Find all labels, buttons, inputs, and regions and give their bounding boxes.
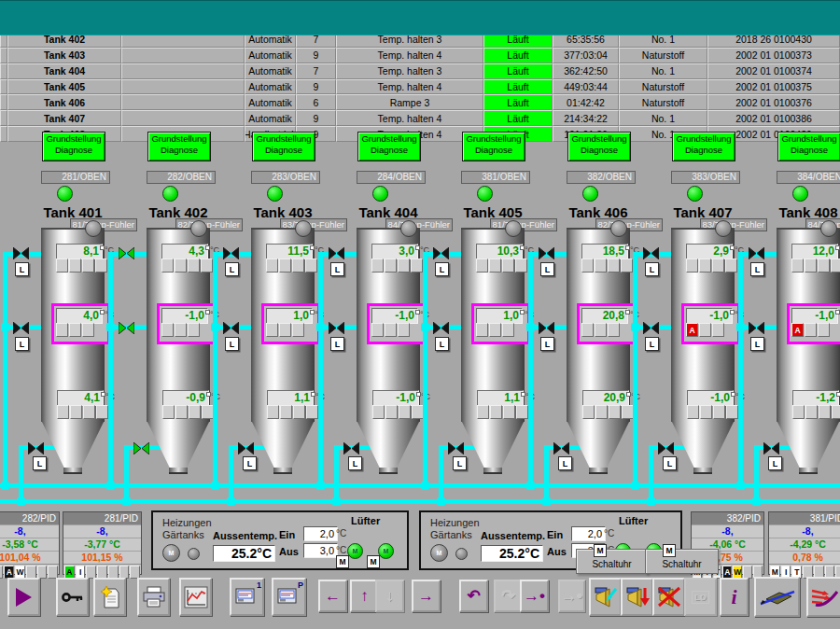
middle-valve[interactable]: [13, 321, 29, 333]
bottom-valve[interactable]: [343, 441, 359, 454]
oben-unit-button[interactable]: 382/OBEN: [567, 171, 636, 184]
trend-curves-button[interactable]: [179, 578, 212, 616]
pid-mode-button[interactable]: [26, 566, 36, 579]
fan-motor-icon[interactable]: M: [347, 543, 363, 559]
op-status-cell[interactable]: Läuft: [483, 79, 553, 95]
op-status-cell[interactable]: Läuft: [483, 110, 553, 126]
upper-valve[interactable]: [119, 246, 134, 259]
bottom-valve[interactable]: [448, 441, 464, 454]
new-document-button[interactable]: [93, 578, 126, 616]
upper-valve[interactable]: [223, 246, 239, 259]
table-cell[interactable]: Rampe 3: [336, 94, 483, 110]
nav-down-button[interactable]: ↓: [375, 580, 404, 612]
schaltuhr-mode-checkbox[interactable]: M: [594, 544, 607, 557]
schaltuhr-popup[interactable]: MSchaltuhr: [576, 549, 648, 574]
middle-valve[interactable]: [329, 321, 344, 333]
bottom-valve[interactable]: [28, 441, 44, 454]
table-cell[interactable]: Naturstoff: [619, 79, 707, 95]
grundstellung-diagnose-button[interactable]: GrundstellungDiagnose: [147, 132, 211, 161]
exit-button[interactable]: [806, 577, 840, 617]
nav-left-button[interactable]: ←: [318, 580, 347, 612]
middle-valve[interactable]: [223, 321, 239, 333]
pid-mode-button[interactable]: A: [722, 566, 732, 579]
grundstellung-diagnose-button[interactable]: GrundstellungDiagnose: [357, 132, 421, 161]
table-cell[interactable]: 377:03:04: [553, 48, 619, 63]
middle-valve[interactable]: [433, 321, 449, 333]
upper-valve[interactable]: [433, 246, 449, 259]
pid-mode-button[interactable]: [37, 566, 48, 579]
row-selector[interactable]: [0, 79, 7, 95]
upper-valve[interactable]: [643, 246, 659, 259]
table-cell[interactable]: Tank 404: [7, 63, 121, 79]
table-cell[interactable]: Tank 405: [7, 79, 121, 95]
upper-valve[interactable]: [13, 246, 29, 259]
table-cell[interactable]: 2002 01 0100374: [707, 63, 840, 79]
schaltuhr-popup[interactable]: MSchaltuhr: [645, 549, 719, 574]
grundstellung-diagnose-button[interactable]: GrundstellungDiagnose: [42, 132, 105, 161]
start-button[interactable]: [7, 578, 40, 616]
pid-mode-button[interactable]: [48, 566, 58, 579]
bottom-valve[interactable]: [658, 441, 674, 454]
pid-mode-button[interactable]: [0, 566, 3, 579]
ein-setpoint-input[interactable]: 2,0: [303, 526, 338, 541]
pid-mode-button[interactable]: A: [64, 566, 75, 579]
table-cell[interactable]: [121, 79, 245, 95]
table-cell[interactable]: [121, 48, 245, 63]
oben-unit-button[interactable]: 383/OBEN: [671, 171, 740, 184]
pid-mode-button[interactable]: W: [15, 566, 25, 579]
table-cell[interactable]: Tank 403: [7, 48, 121, 63]
fan-motor-icon[interactable]: M: [378, 543, 394, 559]
table-cell[interactable]: Automatik: [245, 63, 296, 79]
forward-step-alt-button[interactable]: →•: [558, 580, 585, 612]
bottom-valve[interactable]: [763, 441, 779, 454]
table-cell[interactable]: 2002 01 0100375: [707, 79, 840, 95]
grundstellung-diagnose-button[interactable]: GrundstellungDiagnose: [252, 132, 315, 161]
op-status-cell[interactable]: Läuft: [483, 94, 553, 110]
table-cell[interactable]: 6: [296, 94, 336, 110]
table-cell[interactable]: Temp. halten 4: [336, 79, 483, 95]
alarm-incoming-button[interactable]: [621, 578, 653, 616]
redo-button[interactable]: ↷: [494, 580, 523, 612]
row-selector[interactable]: [0, 94, 7, 110]
middle-valve[interactable]: [749, 321, 764, 333]
picture-screen-p-button[interactable]: P: [272, 578, 306, 616]
table-cell[interactable]: Naturstoff: [619, 48, 707, 63]
row-selector[interactable]: [0, 48, 7, 63]
middle-valve[interactable]: [119, 321, 134, 333]
pid-mode-button[interactable]: [86, 566, 96, 579]
middle-valve[interactable]: [643, 321, 659, 333]
table-cell[interactable]: 01:42:42: [553, 94, 619, 110]
row-selector[interactable]: [0, 126, 7, 142]
fan-mode-checkbox[interactable]: M: [367, 555, 380, 568]
oben-unit-button[interactable]: 284/OBEN: [357, 171, 426, 184]
pid-mode-button[interactable]: [119, 566, 130, 579]
table-cell[interactable]: 214:34:22: [553, 110, 619, 126]
pid-mode-button[interactable]: [97, 566, 107, 579]
alarm-off-button[interactable]: [652, 578, 685, 616]
oben-unit-button[interactable]: 281/OBEN: [41, 171, 110, 184]
grundstellung-diagnose-button[interactable]: GrundstellungDiagnose: [672, 132, 735, 161]
table-cell[interactable]: Tank 407: [7, 110, 121, 126]
forward-step-button[interactable]: →•: [520, 580, 549, 612]
table-cell[interactable]: [121, 94, 245, 110]
bottom-valve[interactable]: [238, 441, 254, 454]
grundstellung-diagnose-button[interactable]: GrundstellungDiagnose: [462, 132, 525, 161]
table-cell[interactable]: Automatik: [245, 79, 296, 95]
table-cell[interactable]: Temp. halten 3: [336, 63, 483, 79]
pid-mode-button[interactable]: A: [4, 566, 14, 579]
table-cell[interactable]: Automatik: [245, 94, 296, 110]
nav-right-button[interactable]: →: [412, 580, 441, 612]
table-cell[interactable]: 449:03:44: [553, 79, 619, 95]
table-cell[interactable]: [121, 63, 245, 79]
table-cell[interactable]: Automatik: [245, 110, 296, 126]
table-cell[interactable]: No. 1: [619, 63, 707, 79]
table-cell[interactable]: No. 1: [619, 110, 707, 126]
pid-mode-button[interactable]: [108, 566, 119, 579]
upper-valve[interactable]: [539, 246, 554, 259]
middle-valve[interactable]: [539, 321, 554, 333]
pid-mode-button[interactable]: I: [76, 566, 86, 579]
grundstellung-diagnose-button[interactable]: GrundstellungDiagnose: [567, 132, 631, 161]
info-button[interactable]: i: [720, 578, 749, 616]
undo-button[interactable]: ↶: [459, 580, 488, 612]
signature-button[interactable]: [754, 577, 800, 617]
